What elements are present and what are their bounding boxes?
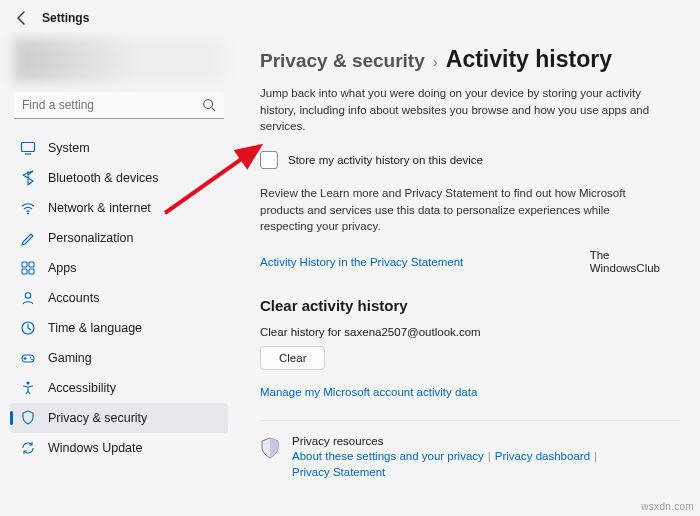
resource-link-about[interactable]: About these settings and your privacy bbox=[292, 450, 484, 462]
sidebar-item-update[interactable]: Windows Update bbox=[10, 433, 228, 463]
store-history-checkbox[interactable] bbox=[260, 151, 278, 169]
sidebar-item-label: Accounts bbox=[48, 291, 99, 305]
search-icon bbox=[202, 98, 216, 112]
sidebar-item-apps[interactable]: Apps bbox=[10, 253, 228, 283]
sidebar-item-label: Bluetooth & devices bbox=[48, 171, 159, 185]
apps-icon bbox=[20, 260, 36, 276]
sidebar-item-label: Windows Update bbox=[48, 441, 143, 455]
sidebar-item-personalization[interactable]: Personalization bbox=[10, 223, 228, 253]
back-icon[interactable] bbox=[14, 10, 30, 26]
attribution-text: The WindowsClub bbox=[590, 249, 660, 275]
sidebar-item-label: System bbox=[48, 141, 90, 155]
store-history-row: Store my activity history on this device bbox=[260, 151, 680, 169]
svg-rect-3 bbox=[22, 262, 27, 267]
sidebar-item-bluetooth[interactable]: Bluetooth & devices bbox=[10, 163, 228, 193]
privacy-statement-link[interactable]: Activity History in the Privacy Statemen… bbox=[260, 256, 463, 268]
manage-account-link[interactable]: Manage my Microsoft account activity dat… bbox=[260, 386, 680, 398]
sidebar-item-network[interactable]: Network & internet bbox=[10, 193, 228, 223]
main-content: Privacy & security › Activity history Ju… bbox=[238, 32, 700, 512]
sidebar: System Bluetooth & devices Network & int… bbox=[0, 32, 238, 512]
personalization-icon bbox=[20, 230, 36, 246]
search-input[interactable] bbox=[22, 98, 202, 112]
accounts-icon bbox=[20, 290, 36, 306]
svg-rect-4 bbox=[29, 262, 34, 267]
sidebar-item-label: Network & internet bbox=[48, 201, 151, 215]
search-box[interactable] bbox=[14, 92, 224, 119]
sidebar-item-label: Privacy & security bbox=[48, 411, 147, 425]
resource-link-dashboard[interactable]: Privacy dashboard bbox=[495, 450, 590, 462]
time-icon bbox=[20, 320, 36, 336]
bluetooth-icon bbox=[20, 170, 36, 186]
svg-rect-1 bbox=[22, 143, 35, 152]
intro-text: Jump back into what you were doing on yo… bbox=[260, 85, 660, 135]
clear-account-text: Clear history for saxena2507@outlook.com bbox=[260, 326, 680, 338]
page-title: Activity history bbox=[446, 46, 612, 73]
resource-link-statement[interactable]: Privacy Statement bbox=[292, 466, 385, 478]
svg-point-2 bbox=[27, 213, 29, 215]
svg-point-12 bbox=[26, 381, 29, 384]
privacy-resources: Privacy resources About these settings a… bbox=[260, 420, 680, 502]
update-icon bbox=[20, 440, 36, 456]
chevron-right-icon: › bbox=[433, 53, 438, 70]
resources-title: Privacy resources bbox=[292, 435, 680, 447]
breadcrumb: Privacy & security › Activity history bbox=[260, 46, 680, 73]
shield-icon bbox=[260, 437, 280, 459]
sidebar-item-label: Accessibility bbox=[48, 381, 116, 395]
gaming-icon bbox=[20, 350, 36, 366]
sidebar-item-accounts[interactable]: Accounts bbox=[10, 283, 228, 313]
sidebar-item-accessibility[interactable]: Accessibility bbox=[10, 373, 228, 403]
sidebar-item-gaming[interactable]: Gaming bbox=[10, 343, 228, 373]
header-title: Settings bbox=[42, 11, 89, 25]
privacy-icon bbox=[20, 410, 36, 426]
sidebar-item-label: Apps bbox=[48, 261, 77, 275]
store-history-label: Store my activity history on this device bbox=[288, 154, 483, 166]
svg-point-7 bbox=[25, 293, 30, 298]
system-icon bbox=[20, 140, 36, 156]
settings-nav: System Bluetooth & devices Network & int… bbox=[10, 133, 228, 463]
resources-links: About these settings and your privacy | … bbox=[292, 450, 680, 478]
wifi-icon bbox=[20, 200, 36, 216]
clear-heading: Clear activity history bbox=[260, 297, 680, 314]
sidebar-item-system[interactable]: System bbox=[10, 133, 228, 163]
sidebar-item-time[interactable]: Time & language bbox=[10, 313, 228, 343]
sidebar-item-label: Gaming bbox=[48, 351, 92, 365]
svg-rect-6 bbox=[29, 269, 34, 274]
svg-point-11 bbox=[31, 359, 33, 361]
user-profile-block[interactable] bbox=[14, 38, 224, 82]
window-header: Settings bbox=[0, 0, 700, 32]
sidebar-item-privacy[interactable]: Privacy & security bbox=[10, 403, 228, 433]
svg-rect-5 bbox=[22, 269, 27, 274]
svg-point-10 bbox=[30, 357, 32, 359]
sidebar-item-label: Personalization bbox=[48, 231, 133, 245]
accessibility-icon bbox=[20, 380, 36, 396]
watermark: wsxdn.com bbox=[641, 501, 694, 512]
svg-point-0 bbox=[204, 100, 213, 109]
clear-button[interactable]: Clear bbox=[260, 346, 325, 370]
breadcrumb-parent[interactable]: Privacy & security bbox=[260, 50, 425, 72]
review-text: Review the Learn more and Privacy Statem… bbox=[260, 185, 660, 235]
sidebar-item-label: Time & language bbox=[48, 321, 142, 335]
